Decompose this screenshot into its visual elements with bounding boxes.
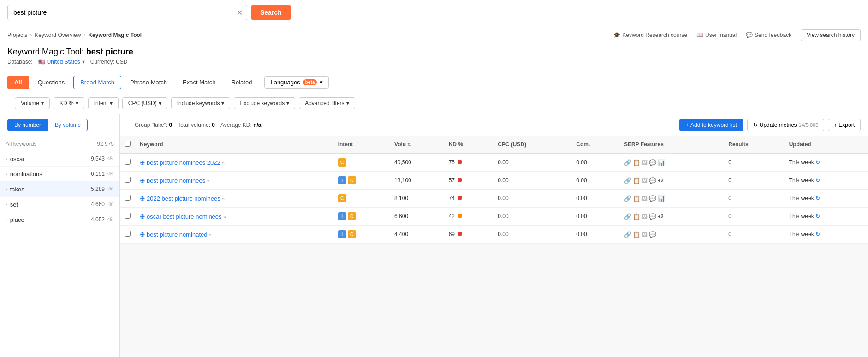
- manual-link[interactable]: 📖 User manual: [696, 32, 737, 38]
- volume-filter[interactable]: Volume ▾: [15, 97, 50, 109]
- kd-cell: 42: [444, 208, 493, 226]
- intent-filter[interactable]: Intent ▾: [88, 97, 119, 109]
- by-number-button[interactable]: By number: [7, 119, 48, 131]
- row-checkbox[interactable]: [125, 231, 131, 237]
- kd-indicator: [458, 196, 462, 200]
- refresh-icon[interactable]: ↻: [815, 195, 820, 202]
- tab-related[interactable]: Related: [225, 76, 259, 89]
- keyword-link[interactable]: 2022 best picture nominees: [147, 195, 220, 202]
- select-all-checkbox[interactable]: [125, 141, 131, 147]
- row-checkbox[interactable]: [125, 177, 131, 183]
- filters-row: Volume ▾ KD % ▾ Intent ▾ CPC (USD) ▾ Inc…: [7, 94, 861, 114]
- table-row: ⊕best picture nominees »IC18,100570.000.…: [120, 172, 868, 190]
- add-icon[interactable]: ⊕: [140, 177, 145, 184]
- tab-phrase-match[interactable]: Phrase Match: [123, 76, 174, 89]
- tab-all[interactable]: All: [7, 76, 29, 89]
- eye-icon[interactable]: 👁: [107, 201, 114, 208]
- serp-list-icon: 📋: [633, 231, 640, 238]
- add-icon[interactable]: ⊕: [140, 213, 145, 220]
- course-link[interactable]: 🎓 Keyword Research course: [613, 32, 687, 38]
- expand-icon[interactable]: »: [207, 178, 210, 184]
- serp-chat-icon: 💬: [649, 177, 656, 184]
- exclude-keywords-filter[interactable]: Exclude keywords ▾: [234, 97, 295, 109]
- eye-icon[interactable]: 👁: [107, 216, 114, 223]
- chevron-down-icon: ▾: [221, 100, 224, 107]
- search-button[interactable]: Search: [251, 5, 291, 20]
- clear-button[interactable]: ✕: [237, 8, 243, 17]
- by-volume-button[interactable]: By volume: [48, 119, 88, 131]
- expand-icon[interactable]: »: [222, 160, 225, 166]
- add-icon[interactable]: ⊕: [140, 159, 145, 166]
- keyword-link[interactable]: best picture nominated: [147, 231, 208, 238]
- col-volume[interactable]: Volu ⇅: [390, 136, 444, 153]
- sort-icon: ⇅: [407, 142, 411, 147]
- keyword-link[interactable]: best picture nominees: [147, 177, 205, 184]
- expand-icon[interactable]: »: [223, 214, 226, 220]
- col-cpc: CPC (USD): [493, 136, 571, 153]
- view-history-button[interactable]: View search history: [801, 29, 861, 41]
- main-content: By number By volume All keywords 92,975 …: [0, 114, 868, 357]
- database-selector[interactable]: 🇺🇸 United States ▾: [38, 59, 85, 65]
- sidebar-item[interactable]: › place 4,052 👁: [0, 212, 119, 227]
- eye-icon[interactable]: 👁: [107, 170, 114, 178]
- serp-image-icon: 🖼: [642, 195, 648, 202]
- tab-questions[interactable]: Questions: [31, 76, 72, 89]
- eye-icon[interactable]: 👁: [107, 155, 114, 162]
- eye-icon[interactable]: 👁: [107, 185, 114, 193]
- breadcrumb-projects[interactable]: Projects: [7, 32, 27, 38]
- tab-broad-match[interactable]: Broad Match: [73, 76, 121, 89]
- kd-filter[interactable]: KD % ▾: [54, 97, 84, 109]
- add-icon[interactable]: ⊕: [140, 195, 145, 202]
- keyword-cell: ⊕best picture nominees »: [135, 172, 333, 190]
- feedback-link[interactable]: 💬 Send feedback: [746, 32, 791, 38]
- top-nav: Projects › Keyword Overview › Keyword Ma…: [0, 25, 868, 43]
- update-metrics-button[interactable]: ↻ Update metrics 14/5,000: [747, 119, 825, 131]
- expand-icon[interactable]: »: [209, 232, 212, 238]
- sidebar-item[interactable]: › set 4,660 👁: [0, 197, 119, 212]
- volume-cell: 4,400: [390, 226, 444, 244]
- chevron-down-icon: ▾: [159, 100, 161, 107]
- intent-cell: C: [333, 153, 390, 172]
- top-right-links: 🎓 Keyword Research course 📖 User manual …: [613, 29, 861, 41]
- search-input[interactable]: [7, 5, 247, 20]
- row-checkbox[interactable]: [125, 213, 131, 219]
- col-results: Results: [724, 136, 784, 153]
- refresh-icon[interactable]: ↻: [815, 159, 820, 166]
- cpc-cell: 0.00: [493, 226, 571, 244]
- languages-button[interactable]: Languages beta ▾: [264, 76, 329, 89]
- kd-cell: 75: [444, 153, 493, 172]
- serp-list-icon: 📋: [633, 159, 640, 166]
- table-row: ⊕2022 best picture nominees »C8,100740.0…: [120, 190, 868, 208]
- row-checkbox[interactable]: [125, 195, 131, 201]
- export-button[interactable]: ↑ Export: [828, 119, 861, 131]
- tab-exact-match[interactable]: Exact Match: [176, 76, 223, 89]
- add-to-keyword-list-button[interactable]: + Add to keyword list: [679, 119, 743, 131]
- keyword-link[interactable]: best picture nominees 2022: [147, 159, 220, 166]
- intent-cell: IC: [333, 208, 390, 226]
- serp-link-icon: 🔗: [624, 213, 631, 220]
- refresh-icon[interactable]: ↻: [815, 213, 820, 220]
- row-checkbox[interactable]: [125, 159, 131, 165]
- chevron-right-icon: ›: [6, 156, 7, 161]
- sidebar-item[interactable]: › oscar 9,543 👁: [0, 151, 119, 167]
- add-icon[interactable]: ⊕: [140, 231, 145, 238]
- serp-plus: +2: [658, 214, 664, 219]
- updated-cell: This week ↻: [785, 190, 868, 208]
- cpc-filter[interactable]: CPC (USD) ▾: [122, 97, 167, 109]
- expand-icon[interactable]: »: [222, 196, 225, 202]
- refresh-icon[interactable]: ↻: [815, 231, 820, 238]
- sidebar-item[interactable]: › takes 5,289 👁: [0, 182, 119, 197]
- sidebar-item[interactable]: › nominations 6,151 👁: [0, 167, 119, 182]
- table-area: Group "take": 0 Total volume: 0 Average …: [120, 114, 868, 357]
- serp-link-icon: 🔗: [624, 231, 631, 238]
- breadcrumb-keyword-overview[interactable]: Keyword Overview: [35, 32, 81, 38]
- volume-cell: 6,600: [390, 208, 444, 226]
- include-keywords-filter[interactable]: Include keywords ▾: [171, 97, 231, 109]
- serp-cell: 🔗📋🖼💬+2: [619, 208, 724, 226]
- advanced-filters-button[interactable]: Advanced filters ▾: [299, 97, 355, 109]
- com-cell: 0.00: [571, 226, 619, 244]
- chevron-right-icon: ›: [6, 202, 7, 207]
- keyword-cell: ⊕best picture nominees 2022 »: [135, 153, 333, 172]
- refresh-icon[interactable]: ↻: [815, 177, 820, 184]
- keyword-link[interactable]: oscar best picture nominees: [147, 213, 222, 220]
